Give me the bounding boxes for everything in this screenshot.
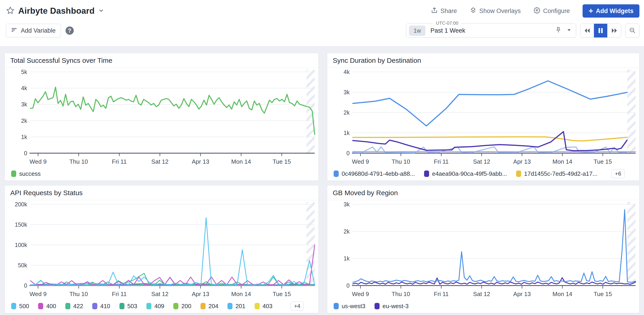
show-overlays-button[interactable]: Show Overlays [470,7,521,15]
legend-label: 500 [19,303,29,310]
series-0c49680d-4791-4ebb-a88...[interactable] [353,81,627,126]
legend-color-chip [334,171,339,177]
svg-text:0: 0 [24,282,27,289]
legend-label: 403 [262,303,272,310]
svg-text:4k: 4k [344,69,350,75]
series-us-west3[interactable] [353,210,636,282]
svg-text:Apr 13: Apr 13 [513,158,531,165]
pause-button[interactable] [594,24,608,37]
widget-header[interactable]: GB Moved by Region [327,186,639,200]
chevron-down-icon[interactable] [98,7,104,14]
legend-color-chip [255,303,260,309]
widget-gb-moved: GB Moved by Region 01k2k3kWed 9Thu 10Fri… [327,185,640,313]
series-500[interactable] [30,218,315,285]
legend-label: 409 [154,303,164,310]
plus-icon: + [588,7,593,14]
legend-item[interactable]: 503 [120,303,137,310]
series-422[interactable] [30,274,315,285]
svg-text:Mon 14: Mon 14 [231,291,251,298]
caret-down-icon[interactable] [567,28,572,33]
legend-label: 204 [208,303,218,310]
svg-text:Thu 10: Thu 10 [392,158,410,165]
svg-text:0: 0 [346,282,350,289]
help-icon[interactable]: ? [66,26,74,35]
svg-text:3k: 3k [21,101,28,107]
svg-text:Sat 12: Sat 12 [473,291,490,298]
legend-item[interactable]: 0c49680d-4791-4ebb-a88... [334,170,415,177]
backward-button[interactable] [580,24,594,37]
svg-text:50k: 50k [18,262,28,269]
sync-duration-legend: 0c49680d-4791-4ebb-a88...e4aea90a-90ca-4… [327,169,639,181]
picker-icons [556,27,572,34]
widget-title: Sync Duration by Destination [333,57,421,64]
legend-item[interactable]: 17d1455c-7ed5-49d2-a17... [516,170,598,177]
legend-overflow-badge[interactable]: +4 [291,302,304,311]
svg-text:2k: 2k [21,118,28,124]
legend-color-chip [11,171,16,177]
svg-text:Fri 11: Fri 11 [434,291,449,298]
legend-item[interactable]: us-west3 [334,303,366,310]
svg-text:150k: 150k [15,221,28,228]
widget-header[interactable]: Sync Duration by Destination [327,53,639,68]
page-title: Airbyte Dashboard [18,6,94,16]
series-eu-west-3[interactable] [353,278,636,285]
svg-text:Mon 14: Mon 14 [552,158,572,165]
star-icon[interactable] [6,6,14,16]
svg-text:Sat 12: Sat 12 [152,291,168,298]
svg-text:Thu 10: Thu 10 [70,291,88,298]
legend-overflow-badge[interactable]: +6 [612,169,624,178]
legend-color-chip [120,303,124,309]
svg-text:Wed 9: Wed 9 [352,291,369,298]
legend-item[interactable]: 422 [65,303,83,310]
svg-text:2k: 2k [344,228,350,235]
svg-text:1k: 1k [344,130,350,136]
api-requests-chart[interactable]: 050k100k150k200kWed 9Thu 10Fri 11Sat 12A… [5,200,318,302]
legend-color-chip [228,303,232,309]
syncs-legend: success [5,169,318,181]
share-icon [431,7,438,15]
svg-text:100k: 100k [15,242,28,248]
forward-button[interactable] [608,24,621,37]
share-button[interactable]: Share [431,7,457,15]
svg-text:Fri 11: Fri 11 [434,158,449,165]
legend-item[interactable]: 409 [146,303,164,310]
configure-button[interactable]: Configure [534,7,570,15]
gb-moved-chart[interactable]: 01k2k3kWed 9Thu 10Fri 11Sat 12Apr 13Mon … [327,200,639,302]
widget-header[interactable]: Total Successful Syncs over Time [5,53,318,68]
legend-item[interactable]: eu-west-3 [374,303,408,310]
series-17d1455c-7ed5-49d2-a17...[interactable] [353,137,627,141]
svg-text:2k: 2k [344,109,350,116]
dashboard-grid: Total Successful Syncs over Time 01k2k3k… [0,46,644,313]
svg-text:Mon 14: Mon 14 [552,291,572,298]
svg-text:Fri 11: Fri 11 [112,291,127,298]
legend-item[interactable]: 204 [200,303,218,310]
add-variable-button[interactable]: Add Variable [6,24,61,37]
legend-label: us-west3 [342,303,366,310]
legend-item[interactable]: 201 [228,303,245,310]
widget-sync-duration: Sync Duration by Destination 01k2k3k4kWe… [327,53,640,181]
time-range-picker[interactable]: UTC-07:00 1w Past 1 Week [406,23,576,38]
legend-label: 400 [46,303,56,310]
legend-item[interactable]: 403 [255,303,272,310]
legend-item[interactable]: 200 [173,303,191,310]
variables-group: Add Variable ? [6,24,74,37]
legend-item[interactable]: 500 [11,303,29,310]
pin-icon[interactable] [556,27,561,34]
zoom-out-button[interactable] [625,23,640,38]
legend-item[interactable]: 410 [92,303,110,310]
controls-row: Add Variable ? UTC-07:00 1w Past 1 Week [0,20,644,41]
widget-header[interactable]: API Requests by Status [5,186,318,200]
series-other-destination-b[interactable] [353,152,636,152]
legend-item[interactable]: 400 [38,303,56,310]
widget-title: API Requests by Status [10,189,83,197]
syncs-over-time-chart[interactable]: 01k2k3k4k5kWed 9Thu 10Fri 11Sat 12Apr 13… [5,68,318,169]
sync-duration-chart[interactable]: 01k2k3k4kWed 9Thu 10Fri 11Sat 12Apr 13Mo… [327,68,639,169]
series-success[interactable] [30,87,315,134]
svg-text:Apr 13: Apr 13 [513,291,531,298]
svg-text:0: 0 [346,150,350,156]
legend-item[interactable]: success [11,170,41,177]
show-overlays-label: Show Overlays [479,7,521,14]
timezone-label: UTC-07:00 [433,20,461,26]
legend-item[interactable]: e4aea90a-90ca-49f5-9abb... [424,170,507,177]
add-widgets-button[interactable]: + Add Widgets [582,4,640,17]
